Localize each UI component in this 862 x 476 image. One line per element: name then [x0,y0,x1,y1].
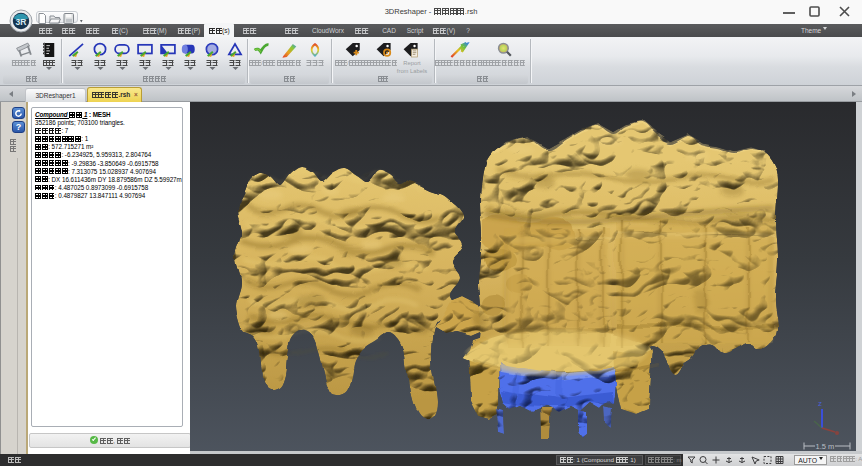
svg-text:1.5 m: 1.5 m [816,442,835,451]
svg-text:3R: 3R [16,17,27,27]
svg-text:z: z [818,399,822,408]
